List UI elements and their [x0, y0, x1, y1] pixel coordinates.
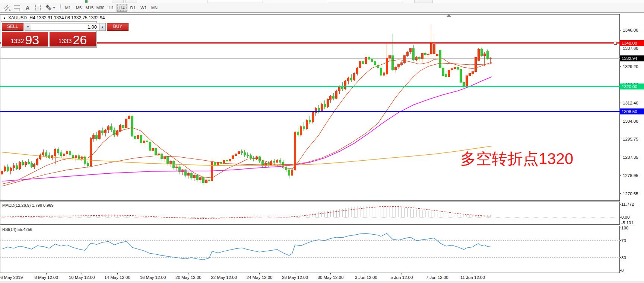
svg-text:100: 100	[621, 226, 628, 230]
ask-price-tile[interactable]: 1333 26	[50, 32, 96, 46]
timeframe-button-h1[interactable]: H1	[106, 4, 117, 12]
ask-price-big: 26	[73, 33, 87, 46]
svg-text:8 May 12:00: 8 May 12:00	[35, 275, 58, 280]
macd-panel: 11.7720.00-5.101	[0, 202, 634, 225]
svg-text:11 Jun 12:00: 11 Jun 12:00	[460, 275, 485, 280]
panel-borders	[0, 15, 620, 273]
volume-decrease-button[interactable]: ▼	[25, 23, 31, 31]
mt4-window: E F A T ▾ M1M5M15M30H1H4D1W1MN ▲ XAUUSD-…	[0, 0, 644, 283]
trendline-anchor[interactable]	[614, 42, 616, 44]
bid-price-tile[interactable]: 1332 93	[2, 32, 48, 46]
timeframe-button-m30[interactable]: M30	[95, 4, 106, 12]
timeframe-button-mn[interactable]: MN	[149, 4, 160, 12]
moving-averages	[2, 59, 492, 186]
svg-text:1295.75: 1295.75	[623, 137, 638, 141]
buy-button[interactable]: BUY	[107, 23, 129, 31]
svg-text:1287.35: 1287.35	[623, 155, 638, 160]
svg-text:6 May 2019: 6 May 2019	[0, 275, 23, 280]
bid-price-small: 1332	[11, 36, 24, 46]
chart-shift-marker[interactable]	[447, 14, 451, 17]
collapse-arrow-icon[interactable]: ▲	[3, 16, 6, 20]
arrows-icon	[45, 4, 53, 12]
clipped-icon	[85, 0, 88, 3]
svg-text:0.00: 0.00	[621, 215, 629, 219]
candles	[1, 25, 492, 185]
svg-text:70: 70	[621, 238, 626, 243]
svg-text:24 May 12:00: 24 May 12:00	[247, 275, 273, 280]
svg-text:30: 30	[621, 255, 626, 260]
svg-text:14 May 12:00: 14 May 12:00	[104, 275, 130, 280]
arrows-tool-button[interactable]: ▾	[43, 4, 57, 12]
letter-a-icon: A	[26, 5, 29, 11]
toolbar-separator	[59, 4, 59, 12]
time-axis[interactable]: 6 May 20198 May 12:0010 May 12:0014 May …	[0, 273, 485, 280]
rsi-panel: 10070300	[0, 226, 628, 273]
svg-text:11.772: 11.772	[621, 202, 634, 206]
svg-text:16 May 12:00: 16 May 12:00	[140, 275, 166, 280]
macd-signal-line	[2, 206, 491, 218]
svg-text:1340.00: 1340.00	[622, 41, 637, 45]
window-bottom-edge	[0, 282, 644, 283]
svg-text:-5.101: -5.101	[621, 221, 634, 225]
svg-text:1278.95: 1278.95	[623, 173, 638, 178]
svg-text:1270.55: 1270.55	[623, 192, 638, 196]
toolbar-grip[interactable]	[60, 4, 61, 12]
one-click-trading-panel: SELL ▼ ▲ BUY 1332 93 1333 26	[1, 21, 97, 48]
volume-spinner: ▼ ▲	[25, 23, 106, 31]
horizontal-levels[interactable]	[0, 42, 620, 111]
svg-text:1308.50: 1308.50	[622, 109, 637, 114]
svg-text:3 Jun 12:00: 3 Jun 12:00	[355, 275, 377, 280]
timeframe-button-m5[interactable]: M5	[73, 4, 84, 12]
ask-price-small: 1333	[58, 36, 72, 46]
rsi-line	[2, 234, 491, 260]
svg-text:1304.00: 1304.00	[623, 119, 638, 123]
svg-text:30 May 12:00: 30 May 12:00	[318, 275, 344, 280]
svg-text:20 May 12:00: 20 May 12:00	[175, 275, 202, 280]
fibonacci-icon-letter: F	[19, 8, 21, 12]
timeframe-button-m1[interactable]: M1	[63, 4, 73, 12]
macd-indicator-label: MACD(12,26,9) 1.799 0.969	[2, 203, 54, 208]
text-tool-button[interactable]: T	[33, 4, 43, 12]
chevron-down-icon: ▾	[53, 6, 55, 10]
svg-text:1337.60: 1337.60	[623, 46, 638, 51]
chart-annotation-text: 多空转折点1320	[460, 150, 573, 167]
timeframe-bar: M1M5M15M30H1H4D1W1MN	[63, 4, 160, 12]
svg-text:5 Jun 12:00: 5 Jun 12:00	[390, 275, 413, 280]
svg-text:22 May 12:00: 22 May 12:00	[211, 275, 237, 280]
timeframe-button-w1[interactable]: W1	[138, 4, 149, 12]
channel-icon-letter: E	[9, 8, 11, 12]
text-tool-icon: T	[35, 5, 41, 10]
svg-text:10 May 12:00: 10 May 12:00	[69, 275, 95, 280]
symbol-ohlc-title: XAUUSD-,H4 1332.91 1334.08 1332.75 1332.…	[8, 15, 105, 20]
svg-text:1346.00: 1346.00	[623, 28, 638, 32]
toolbar: E F A T ▾ M1M5M15M30H1H4D1W1MN	[0, 3, 644, 13]
svg-text:1312.40: 1312.40	[623, 101, 638, 105]
volume-input[interactable]	[31, 23, 99, 31]
timeframe-button-h4[interactable]: H4	[117, 4, 127, 12]
svg-text:1329.20: 1329.20	[623, 64, 638, 69]
symbol-header: ▲ XAUUSD-,H4 1332.91 1334.08 1332.75 133…	[3, 15, 105, 20]
bid-price-big: 93	[25, 33, 39, 46]
svg-text:0: 0	[621, 268, 624, 273]
svg-text:1332.94: 1332.94	[622, 56, 637, 61]
svg-text:1320.00: 1320.00	[622, 84, 637, 89]
timeframe-button-d1[interactable]: D1	[127, 4, 138, 12]
timeframe-button-m15[interactable]: M15	[84, 4, 95, 12]
ma-fast	[2, 59, 492, 184]
text-label-button[interactable]: A	[22, 4, 33, 12]
volume-increase-button[interactable]: ▲	[99, 23, 106, 31]
svg-text:28 May 12:00: 28 May 12:00	[282, 275, 308, 280]
rsi-indicator-label: RSI(14) 55.4256	[2, 227, 32, 232]
clipped-toolbar-row	[0, 0, 644, 3]
ma-mid	[2, 63, 492, 186]
sell-button[interactable]: SELL	[2, 23, 23, 31]
fibonacci-button[interactable]: F	[12, 4, 22, 12]
equidistant-channel-button[interactable]: E	[1, 4, 12, 12]
svg-text:7 Jun 12:00: 7 Jun 12:00	[426, 275, 448, 280]
